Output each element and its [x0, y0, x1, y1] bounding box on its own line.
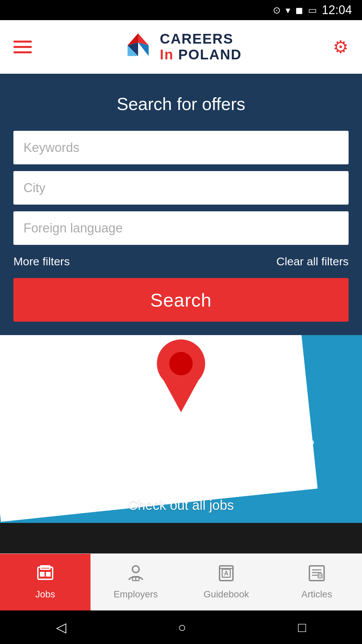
svg-point-111: [212, 460, 217, 465]
svg-point-70: [189, 440, 193, 445]
svg-point-8: [95, 400, 100, 405]
svg-point-87: [155, 450, 160, 455]
svg-point-41: [102, 430, 106, 435]
svg-point-148: [276, 450, 281, 455]
svg-point-55: [242, 430, 247, 435]
location-pin: [154, 338, 208, 414]
svg-point-36: [51, 430, 56, 435]
svg-point-134: [283, 420, 287, 425]
svg-point-43: [122, 430, 126, 435]
svg-point-51: [202, 430, 207, 435]
svg-point-37: [61, 430, 66, 435]
svg-point-142: [269, 440, 274, 445]
svg-point-67: [159, 440, 163, 445]
hamburger-menu-button[interactable]: [13, 41, 32, 53]
nav-jobs[interactable]: Jobs: [0, 554, 90, 610]
svg-point-30: [125, 420, 130, 425]
svg-point-139: [283, 430, 287, 435]
svg-point-96: [246, 450, 250, 455]
svg-point-78: [65, 450, 69, 455]
svg-point-80: [85, 450, 89, 455]
clear-filters-link[interactable]: Clear all filters: [277, 255, 349, 268]
more-filters-link[interactable]: More filters: [13, 255, 70, 268]
logo-icon: [123, 32, 153, 62]
svg-point-109: [192, 460, 197, 465]
svg-point-85: [135, 450, 140, 455]
svg-point-97: [256, 450, 260, 455]
svg-point-146: [309, 440, 314, 445]
logo-in: In: [160, 47, 174, 62]
jobs-label: Jobs: [35, 589, 55, 600]
svg-point-147: [266, 450, 270, 455]
svg-text:A: A: [224, 570, 229, 577]
nav-employers[interactable]: Employers: [90, 554, 181, 610]
svg-point-144: [289, 440, 294, 445]
logo-text: CAREERS In POLAND: [160, 31, 242, 62]
svg-point-158: [132, 566, 139, 573]
svg-point-110: [202, 460, 207, 465]
svg-point-52: [212, 430, 217, 435]
svg-point-63: [118, 440, 123, 445]
employers-label: Employers: [114, 589, 158, 600]
svg-point-116: [115, 470, 120, 475]
map-section[interactable]: Check out all jobs: [0, 335, 362, 523]
svg-point-64: [128, 440, 133, 445]
svg-point-125: [205, 470, 210, 475]
svg-point-122: [175, 470, 180, 475]
svg-point-56: [48, 440, 53, 445]
svg-point-106: [162, 460, 167, 465]
svg-point-107: [172, 460, 177, 465]
svg-point-88: [165, 450, 170, 455]
svg-point-14: [68, 410, 73, 415]
svg-point-39: [81, 430, 86, 435]
svg-point-137: [262, 430, 267, 435]
battery-icon: ▭: [308, 5, 317, 16]
svg-point-5: [65, 400, 69, 405]
svg-point-15: [78, 410, 83, 415]
svg-point-26: [85, 420, 89, 425]
svg-point-128: [145, 480, 150, 485]
nav-articles[interactable]: Articles: [272, 554, 362, 610]
svg-point-6: [75, 400, 79, 405]
keywords-input[interactable]: [13, 131, 349, 164]
svg-point-77: [259, 440, 264, 445]
svg-point-118: [135, 470, 140, 475]
svg-point-135: [293, 420, 297, 425]
svg-point-101: [112, 460, 116, 465]
nav-guidebook[interactable]: A Guidebook: [181, 554, 272, 610]
check-out-jobs-link[interactable]: Check out all jobs: [128, 498, 234, 513]
employers-icon: [127, 565, 144, 586]
home-button[interactable]: ○: [178, 620, 186, 635]
logo[interactable]: CAREERS In POLAND: [123, 31, 242, 62]
svg-point-49: [182, 430, 187, 435]
recents-button[interactable]: □: [298, 620, 306, 635]
bottom-nav: Jobs Employers A Guidebook: [0, 553, 362, 610]
search-button[interactable]: Search: [13, 278, 349, 322]
svg-point-120: [155, 470, 160, 475]
svg-point-22: [148, 410, 153, 415]
language-input[interactable]: [13, 211, 349, 245]
svg-point-143: [279, 440, 284, 445]
svg-point-79: [75, 450, 79, 455]
svg-point-123: [185, 470, 190, 475]
svg-point-108: [182, 460, 187, 465]
svg-point-95: [236, 450, 240, 455]
svg-point-69: [179, 440, 183, 445]
sync-icon: ⊙: [273, 5, 281, 16]
jobs-icon: [37, 565, 54, 586]
svg-point-105: [152, 460, 157, 465]
svg-point-32: [145, 420, 150, 425]
svg-point-81: [95, 450, 100, 455]
city-input[interactable]: [13, 171, 349, 205]
svg-point-124: [195, 470, 200, 475]
svg-point-103: [132, 460, 136, 465]
svg-point-25: [75, 420, 79, 425]
svg-point-140: [293, 430, 297, 435]
back-button[interactable]: ◁: [56, 620, 66, 635]
search-inputs: [13, 131, 349, 245]
svg-point-133: [273, 420, 277, 425]
settings-button[interactable]: ⚙: [333, 37, 349, 57]
svg-point-115: [105, 470, 110, 475]
svg-point-42: [112, 430, 116, 435]
svg-point-62: [108, 440, 113, 445]
